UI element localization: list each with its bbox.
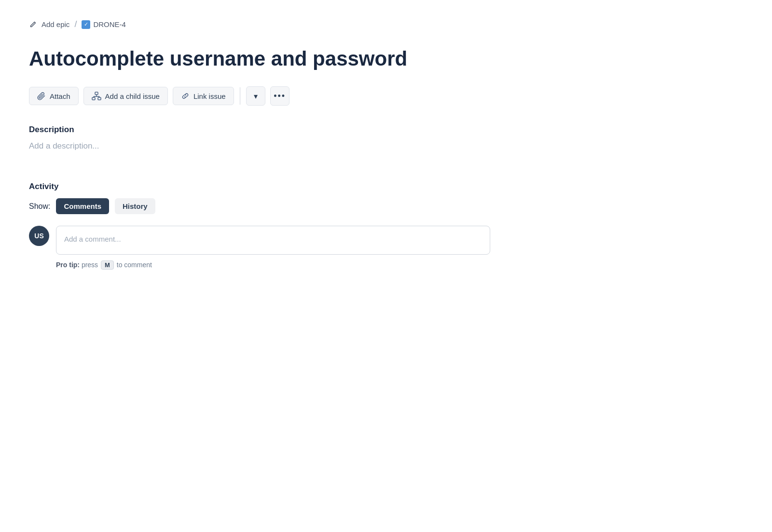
comments-tab[interactable]: Comments <box>56 198 109 214</box>
toolbar: Attach Add a child issue Link issue <box>29 86 743 106</box>
pro-tip-key: M <box>101 260 114 270</box>
activity-section: Activity Show: Comments History US Add a… <box>29 182 743 270</box>
breadcrumb: Add epic / ✓ DRONE-4 <box>29 19 743 29</box>
link-issue-button[interactable]: Link issue <box>173 87 234 105</box>
link-icon <box>181 92 190 100</box>
toolbar-divider <box>240 87 240 105</box>
svg-rect-1 <box>92 97 95 100</box>
breadcrumb-separator: / <box>74 19 77 29</box>
pro-tip-suffix: to comment <box>117 261 152 269</box>
description-placeholder[interactable]: Add a description... <box>29 139 743 153</box>
add-child-issue-button[interactable]: Add a child issue <box>83 87 168 105</box>
comment-input[interactable]: Add a comment... <box>56 226 490 255</box>
more-options-button[interactable]: ••• <box>270 86 290 106</box>
svg-rect-2 <box>98 97 101 100</box>
attach-icon <box>37 92 46 100</box>
activity-section-label: Activity <box>29 182 743 191</box>
attach-button[interactable]: Attach <box>29 87 79 105</box>
issue-checkbox-icon: ✓ <box>82 20 90 29</box>
description-section-label: Description <box>29 125 743 135</box>
show-row: Show: Comments History <box>29 198 743 214</box>
pencil-icon <box>29 21 37 28</box>
chevron-button[interactable]: ▾ <box>246 86 265 106</box>
pro-tip-bold-label: Pro tip: <box>56 261 80 269</box>
child-issue-icon <box>92 92 101 100</box>
issue-id: DRONE-4 <box>93 20 126 28</box>
chevron-down-icon: ▾ <box>254 92 258 101</box>
add-child-issue-label: Add a child issue <box>105 92 160 100</box>
show-label: Show: <box>29 202 50 211</box>
avatar: US <box>29 226 49 246</box>
more-options-icon: ••• <box>274 91 286 101</box>
pro-tip: Pro tip: press M to comment <box>56 260 743 270</box>
comment-row: US Add a comment... <box>29 226 743 255</box>
page-title: Autocomplete username and password <box>29 47 743 71</box>
svg-rect-0 <box>95 92 98 95</box>
attach-label: Attach <box>50 92 70 100</box>
history-tab[interactable]: History <box>115 198 155 214</box>
add-epic-link[interactable]: Add epic <box>41 20 69 28</box>
issue-ref-link[interactable]: ✓ DRONE-4 <box>82 20 126 29</box>
link-issue-label: Link issue <box>193 92 226 100</box>
